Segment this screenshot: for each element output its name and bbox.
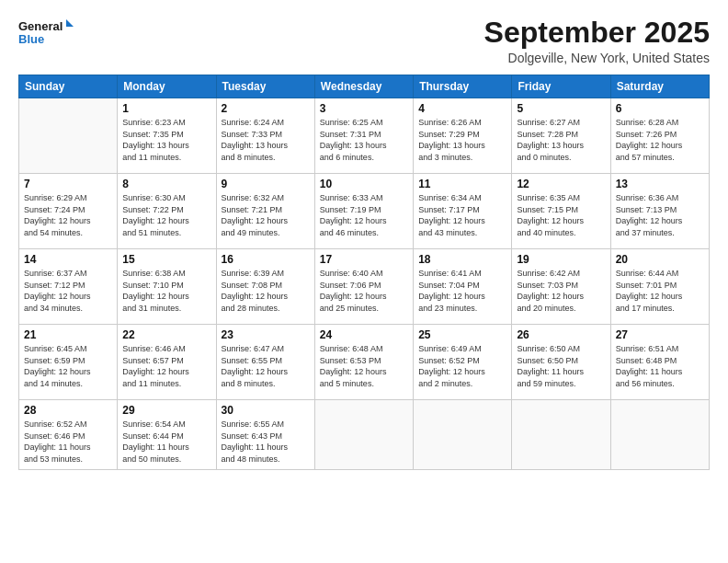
table-row: 1Sunrise: 6:23 AM Sunset: 7:35 PM Daylig…: [118, 98, 216, 174]
day-info: Sunrise: 6:46 AM Sunset: 6:57 PM Dayligh…: [122, 343, 210, 389]
table-row: 7Sunrise: 6:29 AM Sunset: 7:24 PM Daylig…: [19, 174, 118, 249]
day-number: 20: [616, 253, 704, 266]
day-info: Sunrise: 6:47 AM Sunset: 6:55 PM Dayligh…: [222, 343, 310, 389]
day-info: Sunrise: 6:50 AM Sunset: 6:50 PM Dayligh…: [517, 343, 605, 389]
day-info: Sunrise: 6:49 AM Sunset: 6:52 PM Dayligh…: [418, 343, 506, 389]
svg-text:General: General: [18, 19, 63, 33]
table-row: 15Sunrise: 6:38 AM Sunset: 7:10 PM Dayli…: [118, 249, 216, 325]
table-row: 20Sunrise: 6:44 AM Sunset: 7:01 PM Dayli…: [610, 249, 709, 325]
calendar-header-row: Sunday Monday Tuesday Wednesday Thursday…: [19, 75, 710, 98]
day-number: 7: [24, 178, 112, 190]
day-info: Sunrise: 6:54 AM Sunset: 6:44 PM Dayligh…: [122, 419, 210, 465]
day-number: 26: [517, 328, 605, 341]
day-number: 5: [517, 102, 605, 115]
day-info: Sunrise: 6:28 AM Sunset: 7:26 PM Dayligh…: [616, 117, 704, 163]
header-saturday: Saturday: [610, 75, 709, 98]
day-info: Sunrise: 6:41 AM Sunset: 7:04 PM Dayligh…: [418, 268, 506, 314]
table-row: 28Sunrise: 6:52 AM Sunset: 6:46 PM Dayli…: [19, 400, 118, 469]
day-number: 3: [320, 102, 408, 115]
day-number: 14: [24, 253, 112, 266]
day-info: Sunrise: 6:24 AM Sunset: 7:33 PM Dayligh…: [222, 117, 310, 163]
day-number: 1: [122, 102, 210, 115]
table-row: 24Sunrise: 6:48 AM Sunset: 6:53 PM Dayli…: [314, 325, 413, 400]
table-row: 23Sunrise: 6:47 AM Sunset: 6:55 PM Dayli…: [216, 325, 314, 400]
table-row: 22Sunrise: 6:46 AM Sunset: 6:57 PM Dayli…: [118, 325, 216, 400]
table-row: 19Sunrise: 6:42 AM Sunset: 7:03 PM Dayli…: [512, 249, 610, 325]
table-row: 3Sunrise: 6:25 AM Sunset: 7:31 PM Daylig…: [314, 98, 413, 174]
day-info: Sunrise: 6:52 AM Sunset: 6:46 PM Dayligh…: [24, 419, 112, 465]
day-number: 21: [24, 328, 112, 341]
header-friday: Friday: [512, 75, 610, 98]
day-info: Sunrise: 6:37 AM Sunset: 7:12 PM Dayligh…: [24, 268, 112, 314]
day-number: 4: [418, 102, 506, 115]
day-info: Sunrise: 6:25 AM Sunset: 7:31 PM Dayligh…: [320, 117, 408, 163]
day-info: Sunrise: 6:36 AM Sunset: 7:13 PM Dayligh…: [616, 192, 704, 238]
header-tuesday: Tuesday: [216, 75, 314, 98]
header-monday: Monday: [118, 75, 216, 98]
logo: General Blue: [18, 17, 74, 50]
table-row: 14Sunrise: 6:37 AM Sunset: 7:12 PM Dayli…: [19, 249, 118, 325]
table-row: 4Sunrise: 6:26 AM Sunset: 7:29 PM Daylig…: [414, 98, 512, 174]
table-row: 29Sunrise: 6:54 AM Sunset: 6:44 PM Dayli…: [118, 400, 216, 469]
table-row: [610, 400, 709, 469]
table-row: 12Sunrise: 6:35 AM Sunset: 7:15 PM Dayli…: [512, 174, 610, 249]
title-block: September 2025 Dolgeville, New York, Uni…: [484, 17, 710, 65]
header-sunday: Sunday: [19, 75, 118, 98]
table-row: [19, 98, 118, 174]
day-number: 12: [517, 178, 605, 190]
table-row: [414, 400, 512, 469]
table-row: 16Sunrise: 6:39 AM Sunset: 7:08 PM Dayli…: [216, 249, 314, 325]
table-row: 26Sunrise: 6:50 AM Sunset: 6:50 PM Dayli…: [512, 325, 610, 400]
day-number: 27: [616, 328, 704, 341]
day-info: Sunrise: 6:51 AM Sunset: 6:48 PM Dayligh…: [616, 343, 704, 389]
day-info: Sunrise: 6:33 AM Sunset: 7:19 PM Dayligh…: [320, 192, 408, 238]
day-number: 17: [320, 253, 408, 266]
day-info: Sunrise: 6:48 AM Sunset: 6:53 PM Dayligh…: [320, 343, 408, 389]
day-number: 11: [418, 178, 506, 190]
day-number: 22: [122, 328, 210, 341]
day-number: 2: [222, 102, 310, 115]
day-number: 25: [418, 328, 506, 341]
day-number: 15: [122, 253, 210, 266]
day-info: Sunrise: 6:38 AM Sunset: 7:10 PM Dayligh…: [122, 268, 210, 314]
table-row: 6Sunrise: 6:28 AM Sunset: 7:26 PM Daylig…: [610, 98, 709, 174]
day-info: Sunrise: 6:45 AM Sunset: 6:59 PM Dayligh…: [24, 343, 112, 389]
day-info: Sunrise: 6:30 AM Sunset: 7:22 PM Dayligh…: [122, 192, 210, 238]
table-row: 8Sunrise: 6:30 AM Sunset: 7:22 PM Daylig…: [118, 174, 216, 249]
svg-text:Blue: Blue: [18, 32, 44, 46]
day-info: Sunrise: 6:29 AM Sunset: 7:24 PM Dayligh…: [24, 192, 112, 238]
day-info: Sunrise: 6:34 AM Sunset: 7:17 PM Dayligh…: [418, 192, 506, 238]
day-number: 29: [122, 404, 210, 417]
page-header: General Blue September 2025 Dolgeville, …: [18, 17, 710, 65]
table-row: 10Sunrise: 6:33 AM Sunset: 7:19 PM Dayli…: [314, 174, 413, 249]
table-row: 17Sunrise: 6:40 AM Sunset: 7:06 PM Dayli…: [314, 249, 413, 325]
day-number: 9: [222, 178, 310, 190]
day-info: Sunrise: 6:32 AM Sunset: 7:21 PM Dayligh…: [222, 192, 310, 238]
table-row: [512, 400, 610, 469]
table-row: 30Sunrise: 6:55 AM Sunset: 6:43 PM Dayli…: [216, 400, 314, 469]
day-info: Sunrise: 6:40 AM Sunset: 7:06 PM Dayligh…: [320, 268, 408, 314]
table-row: 2Sunrise: 6:24 AM Sunset: 7:33 PM Daylig…: [216, 98, 314, 174]
calendar-table: Sunday Monday Tuesday Wednesday Thursday…: [18, 75, 710, 469]
table-row: 21Sunrise: 6:45 AM Sunset: 6:59 PM Dayli…: [19, 325, 118, 400]
location: Dolgeville, New York, United States: [484, 51, 710, 65]
table-row: 9Sunrise: 6:32 AM Sunset: 7:21 PM Daylig…: [216, 174, 314, 249]
table-row: 13Sunrise: 6:36 AM Sunset: 7:13 PM Dayli…: [610, 174, 709, 249]
logo-svg: General Blue: [18, 17, 74, 50]
day-info: Sunrise: 6:35 AM Sunset: 7:15 PM Dayligh…: [517, 192, 605, 238]
day-number: 30: [222, 404, 310, 417]
day-number: 16: [222, 253, 310, 266]
day-number: 6: [616, 102, 704, 115]
day-info: Sunrise: 6:26 AM Sunset: 7:29 PM Dayligh…: [418, 117, 506, 163]
table-row: 25Sunrise: 6:49 AM Sunset: 6:52 PM Dayli…: [414, 325, 512, 400]
day-info: Sunrise: 6:27 AM Sunset: 7:28 PM Dayligh…: [517, 117, 605, 163]
svg-marker-1: [66, 19, 74, 27]
month-title: September 2025: [484, 17, 710, 49]
day-info: Sunrise: 6:42 AM Sunset: 7:03 PM Dayligh…: [517, 268, 605, 314]
table-row: 27Sunrise: 6:51 AM Sunset: 6:48 PM Dayli…: [610, 325, 709, 400]
day-number: 13: [616, 178, 704, 190]
day-info: Sunrise: 6:39 AM Sunset: 7:08 PM Dayligh…: [222, 268, 310, 314]
day-number: 19: [517, 253, 605, 266]
day-number: 10: [320, 178, 408, 190]
header-wednesday: Wednesday: [314, 75, 413, 98]
